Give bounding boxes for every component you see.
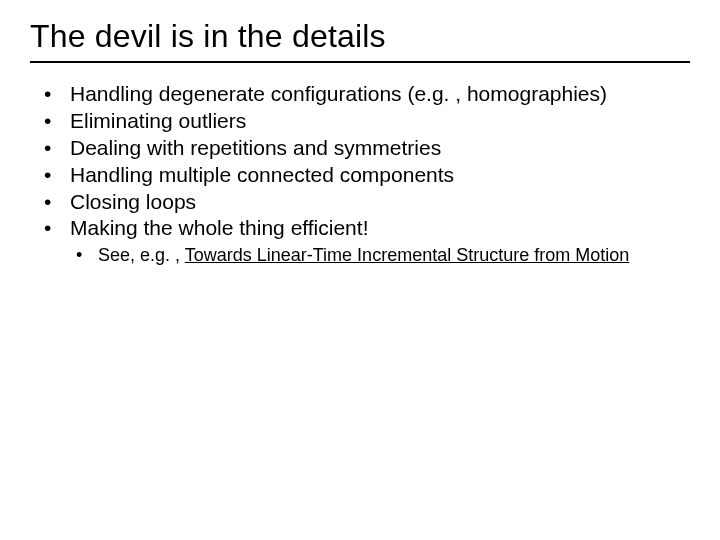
- bullet-item: Eliminating outliers: [40, 108, 690, 135]
- reference-link[interactable]: Towards Linear-Time Incremental Structur…: [185, 245, 630, 265]
- bullet-item: Making the whole thing efficient!: [40, 215, 690, 242]
- sub-bullet-prefix: See, e.g. ,: [98, 245, 185, 265]
- slide: The devil is in the details Handling deg…: [0, 0, 720, 267]
- main-bullet-list: Handling degenerate configurations (e.g.…: [30, 81, 690, 242]
- bullet-item: Dealing with repetitions and symmetries: [40, 135, 690, 162]
- bullet-item: Handling multiple connected components: [40, 162, 690, 189]
- bullet-item: Closing loops: [40, 189, 690, 216]
- bullet-item: Handling degenerate configurations (e.g.…: [40, 81, 690, 108]
- sub-bullet-item: See, e.g. , Towards Linear-Time Incremen…: [74, 244, 690, 267]
- sub-bullet-list: See, e.g. , Towards Linear-Time Incremen…: [30, 244, 690, 267]
- slide-title: The devil is in the details: [30, 18, 690, 55]
- title-underline: [30, 61, 690, 63]
